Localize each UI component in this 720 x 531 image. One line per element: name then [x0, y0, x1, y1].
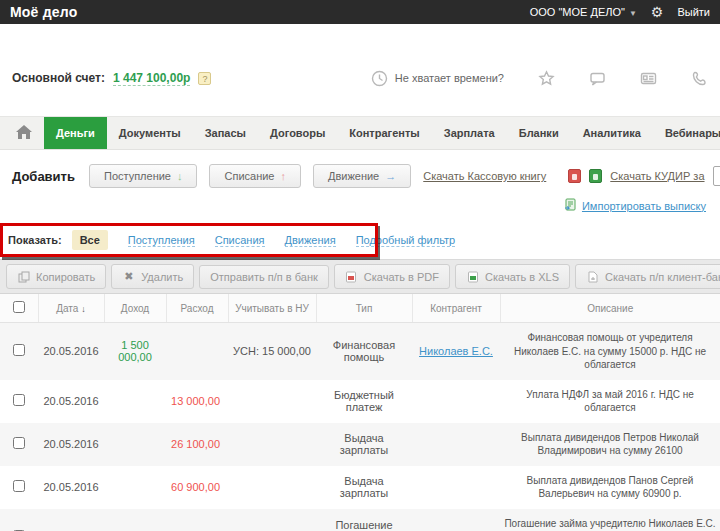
cell-expense: 26 100,00: [166, 423, 228, 466]
cell-type: Выдача зарплаты: [316, 423, 412, 466]
topbar: Моё дело ООО "МОЕ ДЕЛО"▼ ⚙ Выйти: [0, 0, 720, 24]
download-kudir-link[interactable]: Скачать КУДИР за: [610, 170, 704, 182]
cell-date: 20.05.2016: [38, 323, 104, 380]
column-header-1[interactable]: Дата↓: [38, 294, 104, 323]
chat-icon[interactable]: [589, 70, 606, 87]
clock-icon: [371, 70, 388, 87]
add-button-label: Поступление: [104, 170, 171, 182]
column-header-7[interactable]: Описание: [500, 294, 720, 323]
filter-row: Показать: Все ПоступленияСписанияДвижени…: [0, 225, 720, 255]
cell-type: Погашение займа учредителю: [316, 509, 412, 531]
filter-options: ПоступленияСписанияДвиженияПодробный фил…: [108, 234, 455, 247]
cell-tax: [228, 423, 316, 466]
filter-option-1[interactable]: Поступления: [128, 234, 195, 247]
filter-option-all[interactable]: Все: [72, 230, 108, 250]
account-balance[interactable]: 1 447 100,00р: [113, 71, 190, 86]
nav-tab-3[interactable]: Запасы: [193, 117, 258, 149]
nav-tab-5[interactable]: Контрагенты: [337, 117, 431, 149]
help-badge[interactable]: ?: [198, 72, 211, 85]
company-selector[interactable]: ООО "МОЕ ДЕЛО"▼: [530, 6, 637, 18]
nav-tab-4[interactable]: Договоры: [258, 117, 337, 149]
arrow-icon: ↑: [280, 170, 286, 182]
row-checkbox[interactable]: [13, 437, 25, 449]
column-header-3[interactable]: Расход: [166, 294, 228, 323]
cell-description: Финансовая помощь от учредителя Николаев…: [500, 323, 720, 380]
cell-income: [104, 423, 166, 466]
star-icon[interactable]: [538, 70, 555, 87]
nav-tab-1[interactable]: Деньги: [44, 117, 107, 149]
sort-arrow-icon: ↓: [81, 304, 86, 314]
download-cash-book-link[interactable]: Скачать Кассовую книгу: [423, 170, 546, 182]
cell-tax: [228, 509, 316, 531]
cell-contractor: [412, 466, 500, 509]
nav-tab-9[interactable]: Вебинары: [653, 117, 720, 149]
pdf-file-icon[interactable]: [568, 169, 581, 183]
add-button-2[interactable]: Списание↑: [209, 164, 301, 188]
cell-contractor: [412, 380, 500, 423]
table-row: 20.05.201660 900,00Выдача зарплатыВыплат…: [0, 466, 720, 509]
add-row: Добавить Поступление↓Списание↑Движение→ …: [12, 164, 708, 188]
chevron-down-icon: ▼: [629, 9, 637, 18]
toolbar-button-1[interactable]: Копировать: [6, 264, 106, 289]
add-button-3[interactable]: Движение→: [313, 164, 411, 188]
column-header-2[interactable]: Доход: [104, 294, 166, 323]
column-header-5[interactable]: Тип: [316, 294, 412, 323]
home-icon: [16, 125, 32, 141]
toolbar-button-6[interactable]: Скачать п/п клиент-банка: [575, 264, 720, 289]
header-row: Дата↓ДоходРасходУчитывать в НУТипКонтраг…: [0, 294, 720, 323]
kudir-year-select[interactable]: 2016 год ▼: [713, 166, 720, 186]
gear-icon[interactable]: ⚙: [651, 5, 664, 19]
cell-type: Бюджетный платеж: [316, 380, 412, 423]
toolbar-button-3[interactable]: Отправить п/п в банк: [199, 265, 329, 289]
row-checkbox-cell: [0, 423, 38, 466]
toolbar-button-4[interactable]: Скачать в PDF: [334, 264, 450, 289]
column-header-6[interactable]: Контрагент: [412, 294, 500, 323]
contractor-link[interactable]: Николаев Е.С.: [419, 345, 493, 357]
import-statement-link[interactable]: Импортировать выписку: [582, 200, 706, 212]
cell-income: [104, 466, 166, 509]
add-button-1[interactable]: Поступление↓: [89, 164, 198, 188]
nav-tab-8[interactable]: Аналитика: [571, 117, 653, 149]
filter-option-3[interactable]: Движения: [285, 234, 336, 247]
column-header-4[interactable]: Учитывать в НУ: [228, 294, 316, 323]
contact-card-icon[interactable]: [640, 70, 657, 87]
add-buttons: Поступление↓Списание↑Движение→: [89, 164, 423, 188]
cell-expense: 60 900,00: [166, 466, 228, 509]
main-nav: ДеньгиДокументыЗапасыДоговорыКонтрагенты…: [0, 116, 720, 150]
table-row: 20.05.20161 500 000,00УСН: 15 000,00Фина…: [0, 323, 720, 380]
row-checkbox-cell: [0, 509, 38, 531]
cell-tax: [228, 466, 316, 509]
cell-income: [104, 380, 166, 423]
phone-icon[interactable]: [691, 70, 708, 87]
select-all-checkbox[interactable]: [13, 301, 25, 313]
nav-tab-2[interactable]: Документы: [107, 117, 193, 149]
table-row: 20.05.20161 000,00Погашение займа учреди…: [0, 509, 720, 531]
toolbar-button-label: Скачать в PDF: [364, 271, 439, 283]
filter-section: Показать: Все ПоступленияСписанияДвижени…: [0, 225, 720, 255]
nav-tabs: ДеньгиДокументыЗапасыДоговорыКонтрагенты…: [44, 117, 720, 149]
company-name: ООО "МОЕ ДЕЛО": [530, 6, 625, 18]
nav-tab-7[interactable]: Бланки: [507, 117, 571, 149]
toolbar-button-2[interactable]: ✖Удалить: [111, 264, 194, 289]
filter-label: Показать:: [8, 234, 62, 246]
filter-option-4[interactable]: Подробный фильтр: [356, 234, 456, 247]
pdf-doc-icon: [345, 270, 358, 283]
home-tab[interactable]: [4, 117, 44, 149]
toolbar-button-5[interactable]: Скачать в XLS: [455, 264, 570, 289]
cell-date: 20.05.2016: [38, 509, 104, 531]
row-checkbox[interactable]: [13, 480, 25, 492]
filter-option-2[interactable]: Списания: [215, 234, 265, 247]
xls-file-icon[interactable]: [589, 169, 602, 183]
table-row: 20.05.201613 000,00Бюджетный платежУплат…: [0, 380, 720, 423]
cell-income: 1 500 000,00: [104, 323, 166, 380]
toolbar-button-label: Отправить п/п в банк: [210, 271, 318, 283]
row-checkbox[interactable]: [13, 344, 25, 356]
nav-tab-6[interactable]: Зарплата: [432, 117, 507, 149]
arrow-icon: →: [385, 170, 396, 182]
add-button-label: Списание: [224, 170, 274, 182]
import-row: Импортировать выписку: [14, 198, 706, 213]
no-time-group[interactable]: Не хватает времени?: [371, 70, 504, 87]
logout-link[interactable]: Выйти: [677, 6, 710, 18]
no-time-text: Не хватает времени?: [395, 72, 504, 84]
row-checkbox[interactable]: [13, 394, 25, 406]
